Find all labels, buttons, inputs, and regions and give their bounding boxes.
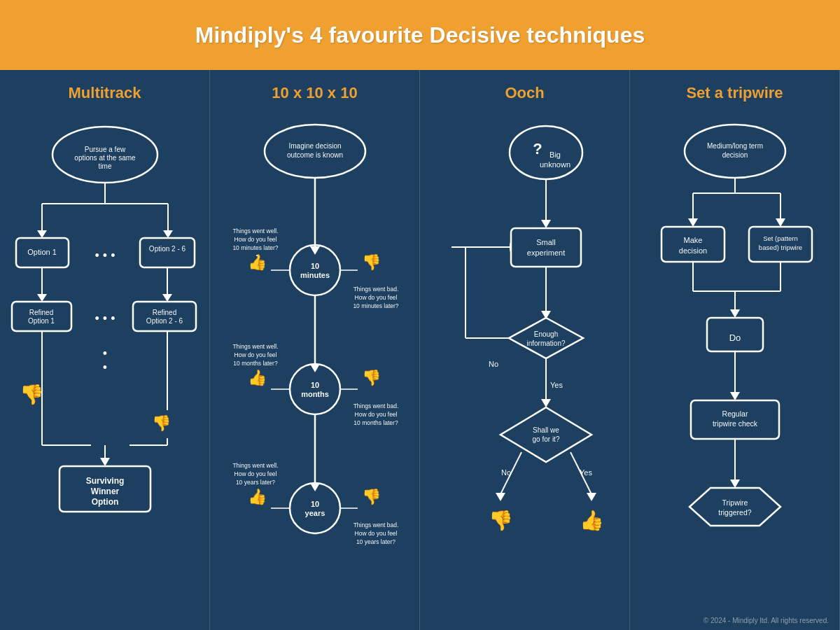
svg-text:Yes: Yes [550, 381, 563, 389]
svg-text:Things went bad.: Things went bad. [353, 522, 398, 528]
svg-marker-144 [730, 309, 740, 318]
svg-text:10 months later?: 10 months later? [233, 360, 278, 367]
tripwire-diagram: Medium/long term decision Make decision … [640, 116, 830, 592]
svg-text:How do you feel: How do you feel [354, 411, 397, 418]
svg-text:unknown: unknown [539, 160, 570, 169]
section-10x10x10: 10 x 10 x 10 Imagine decision outcome is… [210, 70, 420, 630]
svg-text:Option 2 - 6: Option 2 - 6 [148, 245, 186, 253]
svg-text:Big: Big [550, 150, 561, 159]
footer: © 2024 - Mindiply ltd. All rights reserv… [704, 617, 829, 624]
page-title: Mindiply's 4 favourite Decisive techniqu… [195, 22, 645, 48]
svg-text:👍: 👍 [579, 509, 603, 532]
svg-text:👎: 👎 [19, 383, 43, 406]
svg-rect-103 [511, 319, 581, 358]
svg-marker-36 [100, 458, 110, 466]
svg-marker-95 [541, 220, 551, 228]
svg-text:tripwire check: tripwire check [712, 419, 757, 428]
svg-marker-130 [688, 218, 698, 227]
svg-text:How do you feel: How do you feel [234, 236, 276, 243]
svg-marker-7 [37, 230, 47, 238]
svg-text:Things went bad.: Things went bad. [353, 286, 398, 293]
svg-text:•: • [102, 346, 106, 360]
header: Mindiply's 4 favourite Decisive techniqu… [0, 0, 840, 70]
section-multitrack: Multitrack Pursue a few options at the s… [0, 70, 210, 630]
svg-text:?: ? [533, 140, 542, 158]
svg-text:How do you feel: How do you feel [234, 470, 276, 477]
svg-text:👍: 👍 [247, 368, 267, 387]
svg-text:Winner: Winner [90, 486, 119, 496]
svg-text:experiment: experiment [526, 248, 564, 257]
svg-text:👎: 👎 [361, 368, 381, 387]
svg-text:👎: 👎 [151, 414, 171, 433]
svg-marker-18 [162, 294, 172, 302]
svg-marker-45 [310, 246, 320, 255]
svg-rect-96 [511, 228, 581, 267]
svg-text:10 minutes later?: 10 minutes later? [353, 302, 398, 309]
svg-marker-76 [310, 483, 320, 491]
svg-text:years: years [304, 509, 325, 517]
svg-text:10 months later?: 10 months later? [354, 419, 398, 426]
svg-text:Surviving: Surviving [85, 476, 124, 486]
svg-marker-153 [730, 479, 740, 488]
svg-text:No: No [488, 360, 498, 368]
section-ooch: Ooch ? Big unknown Small experiment [420, 70, 630, 630]
svg-marker-104 [509, 318, 583, 358]
section-tripwire: Set a tripwire Medium/long term decision… [630, 70, 840, 630]
svg-text:• • •: • • • [94, 312, 115, 326]
svg-text:Option 1: Option 1 [28, 317, 55, 325]
svg-marker-61 [310, 364, 320, 372]
svg-text:10: 10 [310, 500, 318, 508]
svg-text:Set (pattern: Set (pattern [763, 234, 798, 242]
svg-text:Do: Do [729, 332, 741, 343]
svg-text:How do you feel: How do you feel [354, 294, 397, 301]
svg-marker-9 [163, 230, 173, 238]
svg-text:Refined: Refined [152, 309, 176, 316]
svg-text:outcome is known: outcome is known [286, 151, 342, 159]
svg-text:Enough: Enough [533, 330, 557, 338]
svg-text:Things went well.: Things went well. [232, 227, 278, 234]
svg-text:options at the same: options at the same [74, 154, 136, 162]
svg-text:👎: 👎 [488, 509, 512, 532]
svg-text:Option: Option [91, 497, 118, 507]
svg-text:👎: 👎 [361, 253, 381, 272]
svg-text:10 minutes later?: 10 minutes later? [232, 244, 278, 251]
svg-text:Pursue a few: Pursue a few [84, 146, 125, 153]
multitrack-title: Multitrack [69, 84, 141, 102]
svg-text:10: 10 [310, 381, 318, 389]
svg-text:Make: Make [683, 236, 702, 244]
svg-text:Small: Small [536, 238, 556, 246]
svg-text:decision: decision [678, 246, 706, 255]
svg-text:👎: 👎 [361, 487, 381, 506]
svg-text:Tripwire: Tripwire [722, 498, 748, 507]
svg-text:go for it?: go for it? [532, 435, 559, 443]
svg-text:How do you feel: How do you feel [234, 351, 276, 358]
svg-marker-119 [496, 493, 505, 501]
svg-rect-13 [140, 238, 195, 267]
svg-text:triggered?: triggered? [718, 508, 751, 517]
svg-text:• • •: • • • [94, 248, 115, 262]
svg-marker-148 [730, 392, 740, 400]
svg-text:•: • [102, 360, 106, 374]
tenx-title: 10 x 10 x 10 [272, 84, 357, 102]
tenx-diagram: Imagine decision outcome is known 10 min… [220, 116, 410, 592]
ooch-diagram: ? Big unknown Small experiment Enough in… [430, 116, 620, 592]
svg-text:information?: information? [526, 340, 565, 347]
svg-text:10: 10 [310, 262, 318, 270]
svg-marker-154 [690, 488, 780, 526]
ooch-title: Ooch [505, 84, 544, 102]
svg-text:Option 1: Option 1 [27, 248, 57, 256]
tripwire-title: Set a tripwire [686, 84, 783, 102]
svg-marker-16 [37, 294, 47, 302]
svg-text:Things went well.: Things went well. [232, 343, 278, 350]
svg-rect-133 [662, 227, 724, 262]
svg-marker-121 [587, 493, 596, 501]
svg-point-90 [510, 126, 582, 179]
svg-text:months: months [301, 390, 329, 398]
svg-text:Medium/long term: Medium/long term [706, 142, 762, 150]
svg-text:Refined: Refined [29, 309, 52, 316]
svg-text:decision: decision [722, 151, 748, 159]
svg-text:How do you feel: How do you feel [354, 530, 397, 537]
svg-marker-132 [776, 218, 785, 227]
svg-text:Regular: Regular [722, 410, 748, 418]
svg-text:Things went well.: Things went well. [232, 462, 278, 469]
